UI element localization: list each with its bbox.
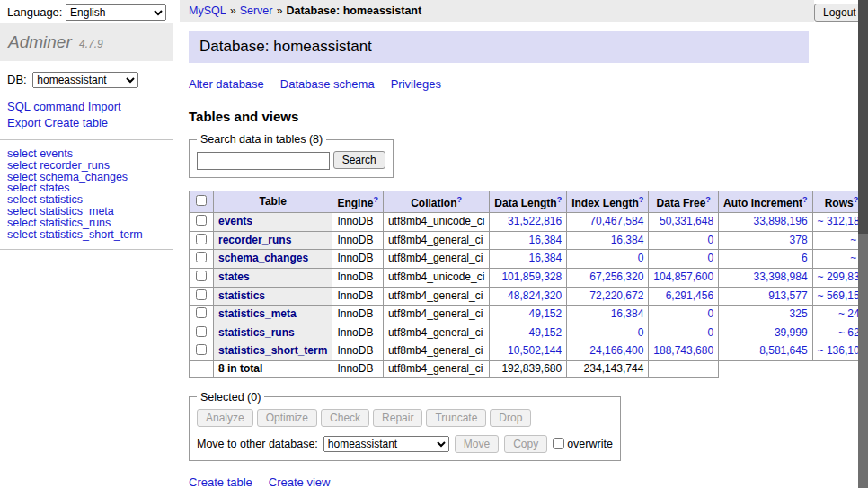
language-label: Language: bbox=[7, 5, 62, 19]
index-length-link[interactable]: 67,256,320 bbox=[589, 271, 643, 283]
index-length-cell: 70,467,584 bbox=[567, 213, 649, 232]
help-link[interactable]: ? bbox=[457, 195, 463, 204]
data-length-link[interactable]: 31,522,816 bbox=[508, 215, 562, 227]
sidebar-action-link[interactable]: Import bbox=[88, 100, 121, 113]
help-link[interactable]: ? bbox=[705, 195, 711, 204]
sidebar-action-link[interactable]: Create table bbox=[44, 116, 108, 129]
overwrite-checkbox[interactable] bbox=[553, 438, 564, 449]
sidebar-action-link[interactable]: Export bbox=[7, 116, 41, 129]
row-checkbox[interactable] bbox=[196, 307, 207, 318]
table-name-link[interactable]: statistics_meta bbox=[218, 307, 297, 320]
index-length-link[interactable]: 0 bbox=[638, 252, 644, 264]
bulk-optimize-button[interactable]: Optimize bbox=[257, 409, 317, 427]
row-checkbox[interactable] bbox=[196, 289, 207, 300]
help-link[interactable]: ? bbox=[802, 195, 808, 204]
data-length-cell: 31,522,816 bbox=[490, 213, 567, 232]
table-name-link[interactable]: schema_changes bbox=[218, 252, 308, 264]
sidebar-table-link[interactable]: select events bbox=[7, 148, 173, 160]
sidebar-table-link[interactable]: select statistics_meta bbox=[7, 206, 173, 217]
table-name-link[interactable]: recorder_runs bbox=[218, 234, 291, 246]
data-free-link[interactable]: 0 bbox=[707, 234, 713, 246]
index-length-link[interactable]: 24,166,400 bbox=[589, 344, 643, 357]
move-button[interactable]: Move bbox=[455, 435, 499, 453]
db-action-link[interactable]: Privileges bbox=[391, 77, 441, 91]
data-length-link[interactable]: 16,384 bbox=[528, 252, 562, 264]
index-length-link[interactable]: 70,467,584 bbox=[589, 215, 643, 227]
data-free-link[interactable]: 104,857,600 bbox=[653, 271, 713, 283]
language-select[interactable]: English bbox=[66, 4, 166, 21]
data-free-link[interactable]: 0 bbox=[707, 252, 713, 264]
bulk-repair-button[interactable]: Repair bbox=[373, 409, 422, 427]
search-input[interactable] bbox=[197, 152, 330, 170]
search-legend: Search data in tables (8) bbox=[197, 133, 326, 146]
row-checkbox[interactable] bbox=[196, 234, 207, 244]
engine-cell: InnoDB bbox=[332, 268, 384, 287]
row-checkbox[interactable] bbox=[196, 252, 207, 262]
sidebar-table-link[interactable]: select statistics_runs bbox=[7, 217, 173, 229]
scrollbar[interactable] bbox=[858, 0, 868, 488]
bulk-analyze-button[interactable]: Analyze bbox=[197, 409, 253, 427]
collation-cell: utf8mb4_general_ci bbox=[383, 250, 489, 269]
db-action-link[interactable]: Database schema bbox=[280, 77, 375, 91]
auto-increment-link[interactable]: 39,999 bbox=[775, 326, 808, 339]
page-title: Database: homeassistant bbox=[189, 31, 809, 63]
breadcrumb-server-link[interactable]: Server bbox=[240, 4, 273, 17]
data-free-link[interactable]: 0 bbox=[707, 307, 713, 320]
breadcrumb-mysql-link[interactable]: MySQL bbox=[189, 4, 226, 17]
table-name-link[interactable]: states bbox=[218, 271, 250, 283]
help-link[interactable]: ? bbox=[373, 195, 378, 204]
sidebar-table-link[interactable]: select recorder_runs bbox=[7, 160, 173, 172]
move-db-select[interactable]: homeassistant bbox=[323, 436, 449, 452]
create-link[interactable]: Create view bbox=[269, 475, 331, 488]
data-length-link[interactable]: 101,859,328 bbox=[501, 271, 562, 283]
table-name-link[interactable]: events bbox=[218, 215, 252, 227]
help-link[interactable]: ? bbox=[639, 195, 644, 204]
data-length-cell: 49,152 bbox=[490, 306, 567, 324]
bulk-drop-button[interactable]: Drop bbox=[490, 409, 531, 427]
index-length-link[interactable]: 0 bbox=[638, 326, 644, 339]
row-checkbox[interactable] bbox=[196, 326, 207, 337]
data-length-cell: 16,384 bbox=[490, 250, 567, 269]
data-free-link[interactable]: 0 bbox=[707, 326, 713, 339]
auto-increment-link[interactable]: 6 bbox=[802, 252, 808, 264]
auto-increment-link[interactable]: 913,577 bbox=[768, 289, 807, 302]
data-length-link[interactable]: 16,384 bbox=[528, 234, 562, 246]
data-length-link[interactable]: 10,502,144 bbox=[508, 344, 562, 357]
index-length-link[interactable]: 72,220,672 bbox=[589, 289, 643, 302]
scrollbar-thumb[interactable] bbox=[858, 0, 868, 234]
auto-increment-link[interactable]: 378 bbox=[790, 234, 808, 246]
data-length-link[interactable]: 48,824,320 bbox=[508, 289, 562, 302]
create-link[interactable]: Create table bbox=[189, 475, 252, 488]
data-free-link[interactable]: 188,743,680 bbox=[653, 344, 713, 357]
total-index-length-cell: 234,143,744 bbox=[567, 360, 649, 377]
data-free-link[interactable]: 50,331,648 bbox=[660, 215, 713, 227]
sidebar-action-link[interactable]: SQL command bbox=[7, 100, 84, 113]
auto-increment-link[interactable]: 33,898,196 bbox=[754, 215, 808, 227]
bulk-truncate-button[interactable]: Truncate bbox=[426, 409, 486, 427]
auto-increment-link[interactable]: 325 bbox=[790, 307, 808, 320]
select-all-checkbox[interactable] bbox=[196, 195, 207, 206]
data-free-cell: 188,743,680 bbox=[649, 342, 719, 361]
sidebar-table-link[interactable]: select statistics_short_term bbox=[7, 229, 173, 241]
row-checkbox[interactable] bbox=[196, 344, 207, 355]
bulk-check-button[interactable]: Check bbox=[321, 409, 369, 427]
index-length-link[interactable]: 16,384 bbox=[611, 234, 644, 246]
db-select[interactable]: homeassistant bbox=[32, 72, 138, 88]
row-checkbox[interactable] bbox=[196, 215, 207, 226]
selected-legend: Selected (0) bbox=[197, 391, 264, 404]
help-link[interactable]: ? bbox=[557, 195, 562, 204]
auto-increment-link[interactable]: 33,398,984 bbox=[754, 271, 808, 283]
data-free-link[interactable]: 6,291,456 bbox=[666, 289, 713, 302]
index-length-link[interactable]: 16,384 bbox=[611, 307, 644, 320]
table-name-link[interactable]: statistics_runs bbox=[218, 326, 295, 339]
table-name-link[interactable]: statistics_short_term bbox=[218, 344, 327, 357]
app-version: 4.7.9 bbox=[79, 38, 103, 50]
db-action-link[interactable]: Alter database bbox=[189, 77, 264, 91]
data-length-link[interactable]: 49,152 bbox=[528, 326, 562, 339]
data-length-link[interactable]: 49,152 bbox=[528, 307, 562, 320]
table-name-link[interactable]: statistics bbox=[218, 289, 265, 302]
auto-increment-link[interactable]: 8,581,645 bbox=[759, 344, 807, 357]
copy-button[interactable]: Copy bbox=[504, 435, 547, 453]
search-button[interactable]: Search bbox=[333, 151, 385, 169]
row-checkbox[interactable] bbox=[196, 271, 207, 281]
